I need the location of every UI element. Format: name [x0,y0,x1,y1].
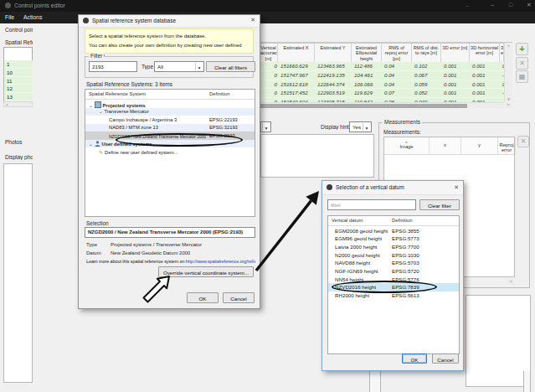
srs-ok-button[interactable]: OK [187,292,219,303]
gcp-row-number[interactable]: 10 [4,69,33,77]
srs-tree-row[interactable]: ✎Define new user defined system... [85,147,255,156]
gcp-table-body: 0151660.629123463.965112.4860.040.1020.0… [260,62,512,107]
background-panel-edge [523,371,531,392]
scroll-down-icon[interactable]: v [505,96,512,101]
srs-item-text: NZGD2000 / New Zealand Transverse Mercat… [109,134,206,139]
vd-list-row[interactable]: EGM96 geoid heightEPSG:5773 [328,235,459,243]
gcp-table-header: Vertical accuracy [m]Estimated XEstimate… [260,43,504,62]
type-combo[interactable]: All ▼ [154,61,204,72]
type-row-label: Type [86,242,97,247]
measurements-scroll-right-icon[interactable]: > [507,279,515,285]
menu-actions[interactable]: Actions [23,14,42,20]
remove-measurement-button[interactable]: ✕ [517,136,529,147]
measurements-column-header[interactable]: x [430,137,461,154]
gcp-cell: 0.001 [470,62,500,70]
srs-tree-item-label: NAD83 / MTM zone 13 [109,125,158,130]
srs-tree-row[interactable]: Campo Inchauspe / Argentina 3EPSG:22193 [85,116,255,124]
display-hints-combo[interactable]: Yes ▼ [349,121,372,132]
srs-tree-row[interactable]: NZGD2000 / New Zealand Transverse Mercat… [85,132,255,140]
gcp-column-header[interactable]: Estimated Y [315,44,352,62]
srs-tree-header: Spatial Reference System Definition [85,90,255,100]
srs-tree-row[interactable]: ⌄User defined systems [85,140,255,148]
remove-point-button[interactable]: ✕ [516,57,528,70]
measurements-column-header[interactable]: Reproj error [px] [498,137,516,154]
vd-list-row[interactable]: Latvia 2000 heightEPSG:7700 [328,242,459,250]
gcp-cell: 0.001 [470,71,500,80]
gcp-table-row[interactable]: 0151660.629123463.965112.4860.040.1020.0… [260,62,512,71]
gcp-cell: 0.001 [470,80,500,89]
vd-cancel-button[interactable]: Cancel [432,353,459,364]
display-photos-combo[interactable]: ▼ [260,121,271,132]
gcp-column-header[interactable]: 3D error [m] [441,44,470,62]
vd-list-row[interactable]: RH2000 heightEPSG:5613 [328,291,459,300]
gcp-column-header[interactable]: Estimated X [278,44,315,62]
gcp-cell: 0.001 [470,89,500,97]
gcp-hscroll-thumb[interactable] [260,104,467,108]
srs-cancel-button[interactable]: Cancel [223,292,255,303]
srs-tree-item-label: ⌄Projected systems [89,101,146,108]
srs-count-label: Spatial Reference Systems: 3 items [86,81,172,87]
srs-tree-row[interactable]: ⌄Transverse Mercator [85,108,255,116]
menu-file[interactable]: File [5,14,14,20]
add-point-button[interactable]: + [516,43,528,55]
scroll-right-icon[interactable]: > [504,102,512,108]
vd-item-definition: EPSG:7839 [392,284,419,290]
gcp-table-row[interactable]: 0151747.967122419.135104.4610.040.0670.0… [260,71,512,80]
vd-list[interactable]: Vertical datum Definition EGM2008 geoid … [327,215,460,354]
gcp-table-row[interactable]: 0151517.452122903.519119.6290.070.0520.0… [260,89,512,98]
srs-tree-item-label: ⌄User defined systems [89,141,152,147]
chevron-expand-icon[interactable]: ⌄ [89,142,93,147]
grid-tool-button[interactable]: ▦ [516,70,528,83]
left-hscrollbar[interactable]: < [3,101,33,107]
srs-tree-row[interactable]: ⌄Projected systems [85,100,255,108]
gcp-column-header[interactable]: Vertical accuracy [m] [260,44,278,62]
minimize-button[interactable]: – [491,2,494,8]
vd-list-row[interactable]: NGF-IGN69 heightEPSG:5720 [328,266,459,275]
display-hints-label: Display hints: [321,124,349,130]
vd-filter-input[interactable]: filter [327,199,416,210]
vd-list-row[interactable]: NAVD88 heightEPSG:5703 [328,259,459,267]
gcp-row-number[interactable]: 1 [4,60,33,69]
gcp-cell: 123463.965 [315,62,352,70]
srs-tree[interactable]: Spatial Reference System Definition ⌄Pro… [85,89,255,217]
measurements-column-header[interactable]: ^Image [384,137,430,154]
learn-more-line: Learn more about this spatial reference … [86,259,255,264]
srs-item-text: NAD83 / MTM zone 13 [109,125,158,130]
vd-item-name: NN54 height [335,276,363,282]
gcp-cell: 0 [260,62,278,70]
titlebar-more-icon[interactable]: .. [466,2,469,8]
gcp-row-number[interactable]: 13 [4,93,33,101]
gcp-column-header[interactable]: 3D horizontal error [m] [470,44,500,62]
gcp-table-row[interactable]: 0151612.618122644.374106.0660.040.0590.0… [260,80,512,90]
gcp-cell: 112.486 [352,62,382,70]
maximize-button[interactable]: □ [509,2,512,8]
srs-info-box: Select a spatial reference system from t… [85,28,254,54]
gcp-column-header[interactable]: RMS of dist. to rays [m] [412,44,441,62]
vd-list-row[interactable]: NN54 heightEPSG:5776 [328,275,459,283]
vd-item-name: Latvia 2000 height [335,244,378,250]
gcp-row-number[interactable]: 11 [4,77,33,85]
close-button[interactable]: ✕ [527,2,532,8]
gcp-column-header[interactable]: RMS of reproj error [px] [382,44,412,62]
app-icon [5,3,11,8]
scroll-up-icon[interactable]: ^ [505,43,512,49]
gcp-vscrollbar[interactable]: ^ v [504,43,512,102]
measurements-column-header[interactable]: y [461,137,498,154]
vd-list-row[interactable]: EGM2008 geoid heightEPSG:3855 [328,226,459,235]
close-icon[interactable]: ✕ [250,17,255,23]
gcp-table[interactable]: Vertical accuracy [m]Estimated XEstimate… [260,42,512,107]
vd-ok-button[interactable]: OK [402,353,427,364]
close-icon[interactable]: ✕ [454,184,459,191]
srs-tree-row[interactable]: NAD83 / MTM zone 13EPSG:32193 [85,124,255,132]
chevron-expand-icon[interactable]: ⌄ [99,109,103,114]
gcp-hscrollbar[interactable] [260,102,504,108]
filter-input[interactable]: 2193 [89,61,137,72]
vd-list-row[interactable]: N2000 geoid heightEPSG:1030 [328,250,459,259]
photos-list[interactable] [3,163,33,383]
clear-all-filters-button[interactable]: Clear all filters [206,61,255,72]
gcp-row-number[interactable]: 12 [4,85,33,93]
vd-clear-filter-button[interactable]: Clear filter [419,199,460,210]
gcp-cell: 0.001 [441,89,470,97]
vd-list-row[interactable]: NZVD2016 heightEPSG:7839 [328,283,459,291]
gcp-column-header[interactable]: Estimated Ellipsoidal height [352,44,382,62]
